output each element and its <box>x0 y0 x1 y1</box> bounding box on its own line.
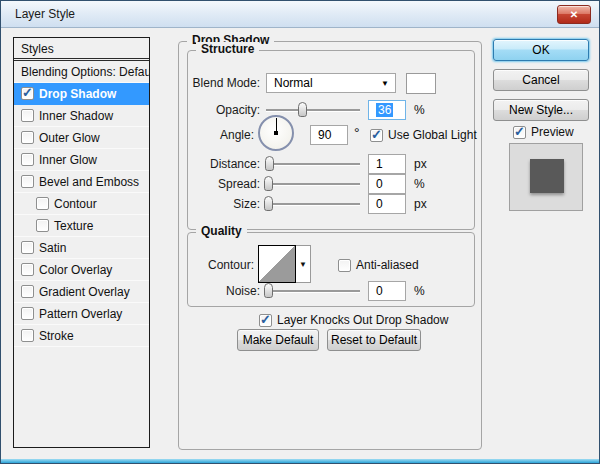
preview-row: Preview <box>513 125 574 139</box>
shadow-color-swatch[interactable] <box>406 73 436 94</box>
size-slider-thumb[interactable] <box>264 196 273 211</box>
sidebar-item-satin[interactable]: Satin <box>14 237 149 259</box>
checkbox-icon[interactable] <box>21 87 34 100</box>
anti-aliased-label: Anti-aliased <box>356 258 419 272</box>
size-input[interactable]: 0 <box>368 194 406 214</box>
checkbox-icon[interactable] <box>21 329 34 342</box>
checkbox-icon[interactable] <box>21 241 34 254</box>
opacity-slider-thumb[interactable] <box>298 102 307 117</box>
styles-list-header: Styles <box>14 38 149 61</box>
anti-aliased-row: Anti-aliased <box>338 258 419 272</box>
preview-checkbox[interactable] <box>513 126 526 139</box>
preview-thumbnail <box>509 143 583 211</box>
make-default-button[interactable]: Make Default <box>237 329 319 351</box>
checkbox-icon[interactable] <box>21 175 34 188</box>
blend-mode-value: Normal <box>274 76 313 90</box>
close-icon[interactable]: ✕ <box>557 5 591 24</box>
checkbox-icon[interactable] <box>21 285 34 298</box>
layer-knockout-checkbox[interactable] <box>259 314 272 327</box>
checkbox-icon[interactable] <box>21 307 34 320</box>
checkbox-icon[interactable] <box>21 153 34 166</box>
sidebar-item-contour[interactable]: Contour <box>14 193 149 215</box>
noise-input[interactable]: 0 <box>368 281 406 301</box>
preview-layer-square <box>530 159 564 193</box>
use-global-light-checkbox[interactable] <box>370 129 383 142</box>
layer-style-dialog: Layer Style ✕ Styles Blending Options: D… <box>0 0 600 464</box>
opacity-label: Opacity: <box>190 100 260 120</box>
new-style-button[interactable]: New Style... <box>493 99 589 121</box>
styles-list: Styles Blending Options: Default Drop Sh… <box>13 37 150 448</box>
window-bottom-edge <box>1 459 599 463</box>
spread-input[interactable]: 0 <box>368 174 406 194</box>
spread-unit: % <box>414 174 425 194</box>
chevron-down-icon: ▼ <box>381 74 389 93</box>
checkbox-icon[interactable] <box>36 197 49 210</box>
drop-shadow-panel: Drop Shadow Structure Blend Mode: Normal… <box>178 41 482 450</box>
checkbox-icon[interactable] <box>36 219 49 232</box>
spread-slider[interactable] <box>266 183 360 185</box>
angle-label: Angle: <box>190 125 254 145</box>
layer-knockout-label: Layer Knocks Out Drop Shadow <box>277 313 448 327</box>
angle-unit: ° <box>354 123 360 143</box>
use-global-light-row: Use Global Light <box>370 128 477 142</box>
quality-title: Quality <box>196 224 247 238</box>
checkbox-icon[interactable] <box>21 109 34 122</box>
checkbox-icon[interactable] <box>21 131 34 144</box>
blend-mode-label: Blend Mode: <box>190 73 260 93</box>
distance-input[interactable]: 1 <box>368 154 406 174</box>
sidebar-item-outer-glow[interactable]: Outer Glow <box>14 127 149 149</box>
contour-label: Contour: <box>190 255 254 275</box>
structure-group: Structure Blend Mode: Normal ▼ Opacity: … <box>187 50 475 230</box>
noise-slider-thumb[interactable] <box>264 283 273 298</box>
sidebar-item-gradient-overlay[interactable]: Gradient Overlay <box>14 281 149 303</box>
opacity-slider[interactable] <box>266 109 360 111</box>
blend-mode-select[interactable]: Normal ▼ <box>266 73 396 93</box>
opacity-input[interactable]: 36 <box>368 100 406 120</box>
distance-label: Distance: <box>190 154 260 174</box>
preview-label: Preview <box>531 125 574 139</box>
noise-slider[interactable] <box>266 290 360 292</box>
ok-button[interactable]: OK <box>493 39 589 61</box>
sidebar-item-texture[interactable]: Texture <box>14 215 149 237</box>
quality-group: Quality Contour: ▼ Anti-aliased Noise: 0… <box>187 232 475 307</box>
distance-unit: px <box>414 154 427 174</box>
knockout-row: Layer Knocks Out Drop Shadow <box>259 313 448 327</box>
sidebar-item-drop-shadow[interactable]: Drop Shadow <box>14 83 149 105</box>
noise-label: Noise: <box>190 281 260 301</box>
spread-label: Spread: <box>190 174 260 194</box>
sidebar-item-inner-glow[interactable]: Inner Glow <box>14 149 149 171</box>
checkbox-icon[interactable] <box>21 263 34 276</box>
sidebar-item-pattern-overlay[interactable]: Pattern Overlay <box>14 303 149 325</box>
angle-center-dot <box>274 131 278 135</box>
contour-picker[interactable]: ▼ <box>258 245 311 283</box>
reset-to-default-button[interactable]: Reset to Default <box>327 329 421 351</box>
distance-slider-thumb[interactable] <box>265 156 274 171</box>
spread-slider-thumb[interactable] <box>264 176 273 191</box>
sidebar-item-color-overlay[interactable]: Color Overlay <box>14 259 149 281</box>
noise-unit: % <box>414 281 425 301</box>
size-label: Size: <box>190 194 260 214</box>
angle-input[interactable]: 90 <box>310 125 348 145</box>
titlebar[interactable]: Layer Style ✕ <box>1 1 599 28</box>
sidebar-item-inner-shadow[interactable]: Inner Shadow <box>14 105 149 127</box>
window-title: Layer Style <box>15 1 75 27</box>
sidebar-item-stroke[interactable]: Stroke <box>14 325 149 347</box>
size-slider[interactable] <box>266 203 360 205</box>
angle-dial[interactable] <box>258 115 294 151</box>
use-global-light-label: Use Global Light <box>388 128 477 142</box>
structure-title: Structure <box>196 42 259 56</box>
sidebar-item-blending-options[interactable]: Blending Options: Default <box>14 61 149 83</box>
chevron-down-icon[interactable]: ▼ <box>296 245 311 283</box>
size-unit: px <box>414 194 427 214</box>
opacity-unit: % <box>414 100 425 120</box>
sidebar-item-bevel-and-emboss[interactable]: Bevel and Emboss <box>14 171 149 193</box>
cancel-button[interactable]: Cancel <box>493 69 589 91</box>
contour-thumbnail-icon[interactable] <box>258 245 296 283</box>
anti-aliased-checkbox[interactable] <box>338 259 351 272</box>
distance-slider[interactable] <box>266 163 360 165</box>
